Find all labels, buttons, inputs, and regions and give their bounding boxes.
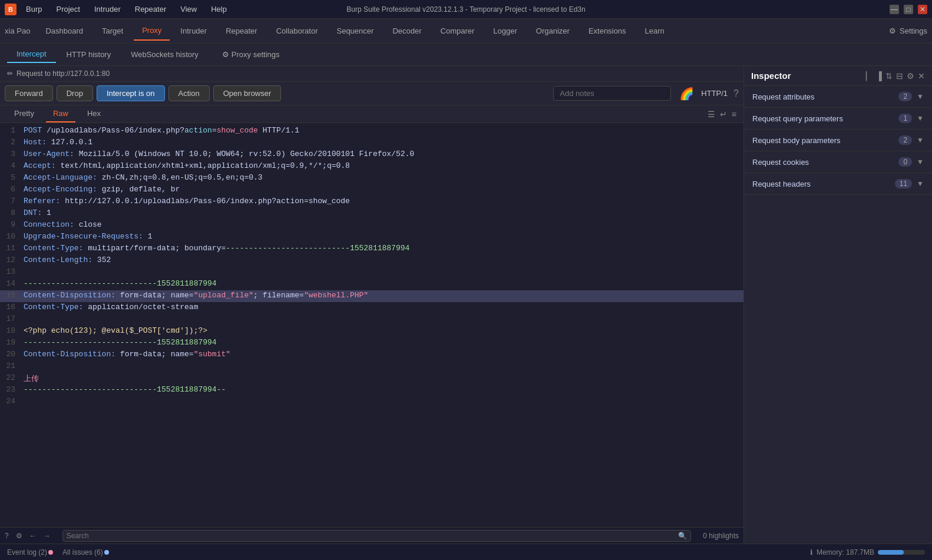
inspector-request-attributes[interactable]: Request attributes 2 ▼ xyxy=(744,86,932,108)
gear-icon: ⚙ xyxy=(889,26,896,35)
tab-repeater[interactable]: Repeater xyxy=(217,22,265,40)
dual-column-icon[interactable]: ▐ xyxy=(876,71,882,81)
body-params-count: 2 xyxy=(898,135,912,145)
tab-sequencer[interactable]: Sequencer xyxy=(328,22,382,40)
inspector-query-params[interactable]: Request query parameters 1 ▼ xyxy=(744,108,932,130)
minimize-button[interactable]: — xyxy=(890,5,899,14)
maximize-button[interactable]: □ xyxy=(904,5,913,14)
code-line-4: 4 Accept: text/html,application/xhtml+xm… xyxy=(0,161,743,173)
tab-extensions[interactable]: Extensions xyxy=(580,22,634,40)
wrap-icon[interactable]: ↵ xyxy=(720,110,727,119)
code-line-19: 19 -----------------------------15528118… xyxy=(0,337,743,349)
menu-bar: Burp Project Intruder Repeater View Help xyxy=(24,4,229,15)
drop-button[interactable]: Drop xyxy=(57,85,93,101)
code-line-12: 12 Content-Length: 352 xyxy=(0,255,743,267)
more-options-icon[interactable]: ≡ xyxy=(732,110,736,119)
tab-intercept[interactable]: Intercept xyxy=(7,46,56,63)
menu-burp[interactable]: Burp xyxy=(24,4,44,15)
bottom-bar: ? ⚙ ← → 🔍 0 highlights xyxy=(0,527,743,544)
menu-view[interactable]: View xyxy=(178,4,199,15)
forward-button[interactable]: Forward xyxy=(5,85,53,101)
code-line-10: 10 Upgrade-Insecure-Requests: 1 xyxy=(0,231,743,243)
main-area: ✏ Request to http://127.0.0.1:80 Forward… xyxy=(0,66,932,544)
query-params-label: Request query parameters xyxy=(752,114,898,123)
collapse-icon[interactable]: ⊟ xyxy=(896,71,903,81)
headers-chevron: ▼ xyxy=(917,180,924,188)
tab-websockets-history[interactable]: WebSockets history xyxy=(121,47,208,62)
code-editor[interactable]: 1 POST /uploadlabs/Pass-06/index.php?act… xyxy=(0,123,743,527)
menu-project[interactable]: Project xyxy=(54,4,82,15)
tab-decoder[interactable]: Decoder xyxy=(384,22,429,40)
window-controls: — □ ✕ xyxy=(890,5,927,14)
gear-small-icon: ⚙ xyxy=(222,50,229,59)
back-button[interactable]: ← xyxy=(29,532,37,540)
notes-input[interactable] xyxy=(553,86,671,101)
search-input[interactable] xyxy=(67,532,679,540)
event-log-dot xyxy=(48,550,53,555)
tab-hex[interactable]: Hex xyxy=(80,105,108,122)
inspector-icons: ▏ ▐ ⇅ ⊟ ⚙ ✕ xyxy=(866,71,925,81)
tab-learn[interactable]: Learn xyxy=(636,22,672,40)
proxy-settings-label: Proxy settings xyxy=(232,50,280,59)
list-view-icon[interactable]: ☰ xyxy=(708,110,715,119)
inspector-body-params[interactable]: Request body parameters 2 ▼ xyxy=(744,130,932,151)
single-column-icon[interactable]: ▏ xyxy=(866,71,872,81)
sort-icon[interactable]: ⇅ xyxy=(885,71,893,81)
request-bar: ✏ Request to http://127.0.0.1:80 xyxy=(0,66,743,82)
help-icon[interactable]: ? xyxy=(733,88,739,99)
tab-http-history[interactable]: HTTP history xyxy=(57,47,121,62)
code-line-24: 24 xyxy=(0,396,743,408)
gear-inspector-icon[interactable]: ⚙ xyxy=(907,71,914,81)
titlebar: B Burp Project Intruder Repeater View He… xyxy=(0,0,932,19)
code-line-5: 5 Accept-Language: zh-CN,zh;q=0.8,en-US;… xyxy=(0,173,743,184)
all-issues-dot xyxy=(104,550,109,555)
tab-proxy[interactable]: Proxy xyxy=(134,21,170,41)
tab-comparer[interactable]: Comparer xyxy=(432,22,483,40)
tab-raw[interactable]: Raw xyxy=(46,105,75,122)
code-line-11: 11 Content-Type: multipart/form-data; bo… xyxy=(0,243,743,255)
menu-repeater[interactable]: Repeater xyxy=(133,4,168,15)
tab-logger[interactable]: Logger xyxy=(485,22,525,40)
settings-label: Settings xyxy=(900,26,927,35)
tab-intruder[interactable]: Intruder xyxy=(172,22,215,40)
forward-nav-button[interactable]: → xyxy=(44,532,51,540)
code-line-18: 18 <?php echo(123); @eval($_POST['cmd'])… xyxy=(0,326,743,337)
code-line-8: 8 DNT: 1 xyxy=(0,208,743,220)
settings-small-icon[interactable]: ⚙ xyxy=(16,532,22,540)
body-params-chevron: ▼ xyxy=(917,136,924,144)
close-button[interactable]: ✕ xyxy=(918,5,927,14)
all-issues-label[interactable]: All issues (6) xyxy=(62,548,109,556)
menu-help[interactable]: Help xyxy=(209,4,229,15)
inspector-headers[interactable]: Request headers 11 ▼ xyxy=(744,173,932,195)
info-icon: ℹ xyxy=(810,548,813,556)
close-inspector-icon[interactable]: ✕ xyxy=(918,71,925,81)
headers-label: Request headers xyxy=(752,180,895,188)
intercept-on-button[interactable]: Intercept is on xyxy=(97,85,165,101)
request-target: Request to http://127.0.0.1:80 xyxy=(16,69,110,78)
proxy-settings-button[interactable]: ⚙ Proxy settings xyxy=(216,48,286,61)
code-line-6: 6 Accept-Encoding: gzip, deflate, br xyxy=(0,184,743,196)
tab-collaborator[interactable]: Collaborator xyxy=(268,22,326,40)
inspector-title: Inspector xyxy=(751,71,861,81)
tab-organizer[interactable]: Organizer xyxy=(528,22,578,40)
settings-button[interactable]: ⚙ Settings xyxy=(889,26,927,35)
code-line-23: 23 -----------------------------15528118… xyxy=(0,385,743,396)
tab-pretty[interactable]: Pretty xyxy=(7,105,41,122)
app-logo: B xyxy=(5,4,16,15)
tab-target[interactable]: Target xyxy=(94,22,131,40)
request-attributes-count: 2 xyxy=(898,92,912,101)
tab-dashboard[interactable]: Dashboard xyxy=(37,22,91,40)
code-line-17: 17 xyxy=(0,314,743,326)
cookies-label: Request cookies xyxy=(752,158,898,167)
help-circle-icon[interactable]: ? xyxy=(5,532,9,540)
inspector-cookies[interactable]: Request cookies 0 ▼ xyxy=(744,151,932,173)
headers-count: 11 xyxy=(895,179,912,188)
code-line-14: 14 -----------------------------15528118… xyxy=(0,279,743,290)
event-log-label[interactable]: Event log (2) xyxy=(7,548,53,556)
inspector-header: Inspector ▏ ▐ ⇅ ⊟ ⚙ ✕ xyxy=(744,66,932,86)
editor-tabs: Pretty Raw Hex ☰ ↵ ≡ xyxy=(0,105,743,123)
search-icon: 🔍 xyxy=(678,532,687,540)
menu-intruder[interactable]: Intruder xyxy=(92,4,123,15)
open-browser-button[interactable]: Open browser xyxy=(213,85,282,101)
action-button[interactable]: Action xyxy=(168,85,210,101)
